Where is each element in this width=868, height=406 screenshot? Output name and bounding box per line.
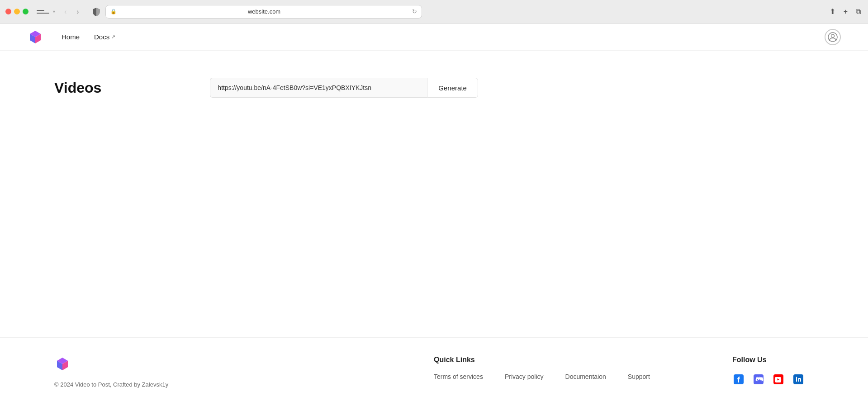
shield-icon: [92, 7, 101, 16]
app-wrapper: Home Docs ↗ Videos Generate: [0, 24, 868, 406]
browser-chrome: ▼ ‹ › 🔒 website.com ↻ ⬆ + ⧉: [0, 0, 868, 24]
minimize-button[interactable]: [14, 9, 20, 14]
footer-link-docs[interactable]: Documentaion: [565, 373, 606, 380]
main-content: Videos Generate: [0, 51, 868, 337]
navbar-logo[interactable]: [27, 29, 43, 45]
url-text: website.com: [119, 8, 409, 15]
footer-link-privacy[interactable]: Privacy policy: [505, 373, 544, 380]
discord-icon[interactable]: [752, 373, 765, 386]
sidebar-toggle-button[interactable]: [37, 7, 49, 16]
linkedin-icon[interactable]: [792, 373, 805, 386]
refresh-icon[interactable]: ↻: [412, 8, 417, 15]
external-link-icon: ↗: [111, 34, 115, 40]
url-input[interactable]: [210, 78, 427, 98]
browser-actions: ⬆ + ⧉: [828, 5, 863, 18]
footer-quick-links-heading: Quick Links: [434, 356, 705, 364]
footer-link-support[interactable]: Support: [628, 373, 650, 380]
share-button[interactable]: ⬆: [828, 5, 837, 18]
maximize-button[interactable]: [23, 9, 28, 14]
navbar: Home Docs ↗: [0, 24, 868, 51]
lock-icon: 🔒: [110, 9, 117, 14]
account-button[interactable]: [825, 29, 841, 45]
forward-button[interactable]: ›: [74, 6, 81, 17]
nav-home[interactable]: Home: [62, 33, 80, 41]
footer-logo: [54, 356, 407, 374]
tabs-button[interactable]: ⧉: [854, 6, 863, 18]
traffic-lights: [5, 9, 28, 14]
footer: © 2024 Video to Post, Crafted by Zalevsk…: [0, 337, 868, 406]
footer-copyright: © 2024 Video to Post, Crafted by Zalevsk…: [54, 381, 407, 388]
youtube-icon[interactable]: [772, 373, 785, 386]
back-button[interactable]: ‹: [62, 6, 69, 17]
browser-controls: ▼: [37, 7, 57, 16]
url-input-group: Generate: [210, 78, 478, 98]
nav-docs[interactable]: Docs ↗: [94, 33, 115, 41]
navbar-links: Home Docs ↗: [62, 33, 115, 41]
address-bar[interactable]: 🔒 website.com ↻: [105, 5, 422, 19]
facebook-icon[interactable]: [732, 373, 745, 386]
footer-follow-us-heading: Follow Us: [732, 356, 814, 364]
close-button[interactable]: [5, 9, 11, 14]
footer-left: © 2024 Video to Post, Crafted by Zalevsk…: [54, 356, 407, 388]
navbar-right: [825, 29, 841, 45]
logo-icon: [27, 29, 43, 45]
videos-section: Videos Generate: [54, 78, 814, 98]
footer-middle: Quick Links Terms of services Privacy po…: [434, 356, 705, 380]
footer-links-list: Terms of services Privacy policy Documen…: [434, 373, 705, 380]
footer-link-terms[interactable]: Terms of services: [434, 373, 483, 380]
new-tab-button[interactable]: +: [842, 6, 849, 18]
videos-title: Videos: [54, 80, 101, 96]
footer-right: Follow Us: [732, 356, 814, 386]
svg-point-6: [831, 34, 835, 38]
footer-social-icons: [732, 373, 814, 386]
generate-button[interactable]: Generate: [427, 78, 478, 98]
